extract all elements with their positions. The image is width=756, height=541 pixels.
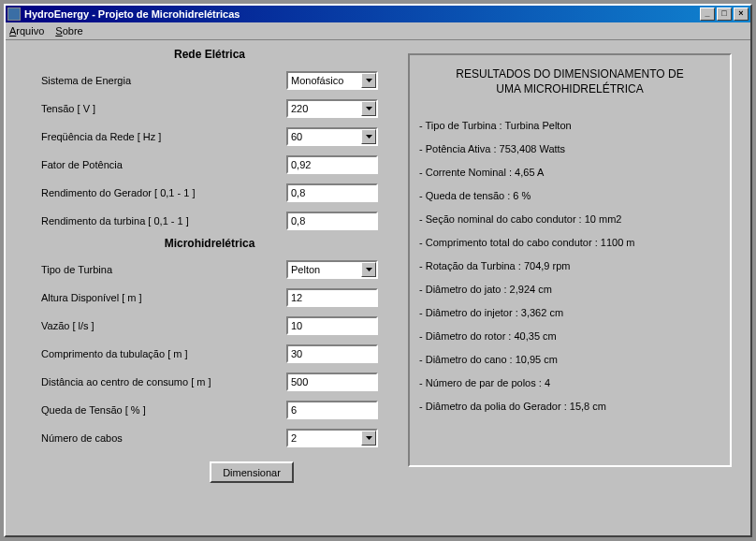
row-frequencia: Freqüência da Rede [ Hz ] 60 bbox=[41, 123, 378, 151]
svg-marker-1 bbox=[366, 107, 372, 110]
input-vazao-field[interactable] bbox=[291, 320, 373, 331]
label-frequencia: Freqüência da Rede [ Hz ] bbox=[41, 131, 279, 142]
results-panel: RESULTADOS DO DIMENSIONAMENTO DE UMA MIC… bbox=[408, 53, 732, 467]
input-fator[interactable] bbox=[286, 155, 378, 174]
row-distancia: Distância ao centro de consumo [ m ] bbox=[41, 368, 378, 396]
input-queda-field[interactable] bbox=[291, 404, 373, 416]
row-comprimento: Comprimento da tubulação [ m ] bbox=[41, 340, 378, 368]
input-vazao[interactable] bbox=[286, 316, 378, 335]
app-icon bbox=[7, 7, 21, 21]
svg-marker-4 bbox=[366, 436, 372, 440]
section-micro-title: Microhidrelétrica bbox=[41, 237, 378, 250]
result-line: - Potência Ativa : 753,408 Watts bbox=[419, 137, 720, 160]
input-comprimento[interactable] bbox=[286, 344, 378, 363]
input-altura-field[interactable] bbox=[291, 292, 373, 303]
results-header1: RESULTADOS DO DIMENSIONAMENTO DE bbox=[419, 66, 720, 81]
row-rend-turbina: Rendimento da turbina [ 0,1 - 1 ] bbox=[41, 207, 378, 235]
svg-marker-0 bbox=[366, 79, 372, 82]
combo-tipo-turbina[interactable]: Pelton bbox=[286, 260, 378, 279]
result-line: - Diâmetro da polia do Gerador : 15,8 cm bbox=[419, 394, 720, 417]
result-line: - Rotação da Turbina : 704,9 rpm bbox=[419, 254, 720, 277]
result-line: - Queda de tensão : 6 % bbox=[419, 183, 720, 207]
result-line: - Diâmetro do injetor : 3,362 cm bbox=[419, 300, 720, 324]
label-comprimento: Comprimento da tubulação [ m ] bbox=[41, 348, 279, 359]
combo-numero-cabos-text: 2 bbox=[288, 432, 361, 444]
result-line: - Diâmetro do jato : 2,924 cm bbox=[419, 277, 720, 300]
combo-numero-cabos[interactable]: 2 bbox=[286, 429, 378, 447]
minimize-button[interactable]: _ bbox=[700, 7, 715, 21]
chevron-down-icon[interactable] bbox=[361, 129, 376, 144]
results-header2: UMA MICROHIDRELÉTRICA bbox=[419, 81, 720, 96]
section-rede-title: Rede Elétrica bbox=[41, 48, 378, 61]
result-line: - Corrente Nominal : 4,65 A bbox=[419, 160, 720, 183]
row-tipo-turbina: Tipo de Turbina Pelton bbox=[41, 256, 378, 284]
menu-arquivo[interactable]: Arquivo bbox=[9, 25, 44, 37]
form-panel: Rede Elétrica Sistema de Energia Monofás… bbox=[41, 46, 378, 483]
label-altura: Altura Disponível [ m ] bbox=[41, 292, 279, 303]
label-vazao: Vazão [ l/s ] bbox=[41, 320, 279, 331]
close-button[interactable]: × bbox=[734, 7, 749, 21]
label-fator: Fator de Potência bbox=[41, 159, 279, 170]
results-list: - Tipo de Turbina : Turbina Pelton - Pot… bbox=[419, 113, 720, 417]
label-tensao: Tensão [ V ] bbox=[41, 103, 279, 114]
row-tensao: Tensão [ V ] 220 bbox=[41, 95, 378, 123]
label-tipo-turbina: Tipo de Turbina bbox=[41, 264, 279, 275]
result-line: - Seção nominal do cabo condutor : 10 mm… bbox=[419, 207, 720, 230]
input-altura[interactable] bbox=[286, 288, 378, 307]
result-line: - Diâmetro do cano : 10,95 cm bbox=[419, 347, 720, 371]
combo-tipo-turbina-text: Pelton bbox=[288, 264, 361, 275]
input-rend-gerador-field[interactable] bbox=[291, 187, 373, 198]
result-line: - Tipo de Turbina : Turbina Pelton bbox=[419, 113, 720, 137]
input-rend-gerador[interactable] bbox=[286, 183, 378, 202]
main-window: HydroEnergy - Projeto de Microhidrelétri… bbox=[4, 4, 752, 537]
svg-marker-3 bbox=[366, 268, 372, 271]
input-queda[interactable] bbox=[286, 401, 378, 419]
combo-sistema-text: Monofásico bbox=[288, 75, 361, 86]
menu-sobre[interactable]: Sobre bbox=[55, 25, 82, 37]
window-title: HydroEnergy - Projeto de Microhidrelétri… bbox=[24, 8, 700, 20]
input-distancia[interactable] bbox=[286, 373, 378, 391]
label-queda: Queda de Tensão [ % ] bbox=[41, 404, 279, 416]
chevron-down-icon[interactable] bbox=[361, 431, 376, 446]
titlebar[interactable]: HydroEnergy - Projeto de Microhidrelétri… bbox=[6, 6, 750, 22]
chevron-down-icon[interactable] bbox=[361, 262, 376, 277]
label-rend-turbina: Rendimento da turbina [ 0,1 - 1 ] bbox=[41, 215, 279, 227]
row-fator: Fator de Potência bbox=[41, 151, 378, 179]
dimensionar-button[interactable]: Dimensionar bbox=[210, 461, 294, 483]
chevron-down-icon[interactable] bbox=[361, 73, 376, 88]
row-numero-cabos: Número de cabos 2 bbox=[41, 424, 378, 452]
combo-sistema[interactable]: Monofásico bbox=[286, 71, 378, 90]
input-fator-field[interactable] bbox=[291, 159, 373, 170]
window-controls: _ □ × bbox=[700, 7, 749, 21]
combo-tensao-text: 220 bbox=[288, 103, 361, 114]
result-line: - Diâmetro do rotor : 40,35 cm bbox=[419, 324, 720, 347]
combo-tensao[interactable]: 220 bbox=[286, 99, 378, 118]
combo-frequencia-text: 60 bbox=[288, 131, 361, 142]
input-rend-turbina-field[interactable] bbox=[291, 215, 373, 227]
chevron-down-icon[interactable] bbox=[361, 101, 376, 116]
input-rend-turbina[interactable] bbox=[286, 212, 378, 230]
row-vazao: Vazão [ l/s ] bbox=[41, 312, 378, 340]
maximize-button[interactable]: □ bbox=[717, 7, 732, 21]
row-altura: Altura Disponível [ m ] bbox=[41, 284, 378, 312]
results-title: RESULTADOS DO DIMENSIONAMENTO DE UMA MIC… bbox=[419, 66, 720, 96]
label-numero-cabos: Número de cabos bbox=[41, 432, 279, 444]
row-rend-gerador: Rendimento do Gerador [ 0,1 - 1 ] bbox=[41, 179, 378, 207]
row-queda: Queda de Tensão [ % ] bbox=[41, 396, 378, 424]
result-line: - Número de par de polos : 4 bbox=[419, 371, 720, 394]
client-area: Rede Elétrica Sistema de Energia Monofás… bbox=[6, 40, 750, 535]
label-rend-gerador: Rendimento do Gerador [ 0,1 - 1 ] bbox=[41, 187, 279, 198]
row-sistema: Sistema de Energia Monofásico bbox=[41, 66, 378, 95]
label-sistema: Sistema de Energia bbox=[41, 75, 279, 86]
input-comprimento-field[interactable] bbox=[291, 348, 373, 359]
label-distancia: Distância ao centro de consumo [ m ] bbox=[41, 376, 279, 387]
menubar: Arquivo Sobre bbox=[6, 22, 750, 40]
result-line: - Comprimento total do cabo condutor : 1… bbox=[419, 230, 720, 254]
button-row: Dimensionar bbox=[41, 461, 378, 483]
combo-frequencia[interactable]: 60 bbox=[286, 127, 378, 146]
input-distancia-field[interactable] bbox=[291, 376, 373, 387]
svg-marker-2 bbox=[366, 135, 372, 139]
